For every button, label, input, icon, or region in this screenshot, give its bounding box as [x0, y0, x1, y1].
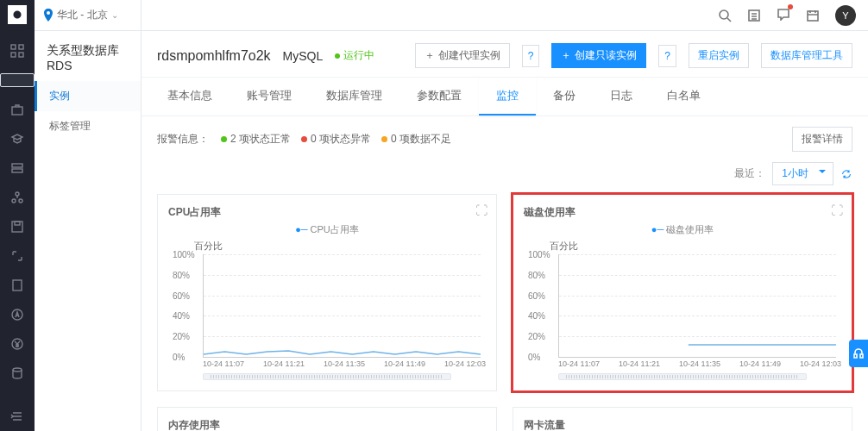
region-text: 华北 - 北京 — [57, 8, 108, 22]
expand-icon[interactable] — [10, 249, 24, 263]
help-button-2[interactable]: ? — [658, 45, 676, 67]
chart-legend: ●─CPU占用率 — [168, 223, 486, 236]
svg-rect-10 — [12, 222, 22, 232]
cap-icon[interactable] — [10, 132, 24, 146]
svg-rect-2 — [11, 53, 16, 57]
recent-label: 最近： — [734, 166, 765, 181]
chart-card-disk: 磁盘使用率 ⛶ ●─磁盘使用率 百分比 100%80%60%40%20%0% 1… — [513, 194, 852, 391]
chart-title: 网卡流量 — [524, 418, 841, 431]
chart-title: 内存使用率 — [168, 418, 486, 431]
chart-title: CPU占用率 — [168, 205, 486, 220]
yen-icon[interactable] — [10, 337, 24, 351]
svg-point-15 — [13, 368, 22, 372]
chart-legend: ●─磁盘使用率 — [524, 223, 841, 236]
tab[interactable]: 备份 — [536, 78, 593, 116]
sidebar-item[interactable]: 标签管理 — [35, 111, 141, 141]
alarm-label: 报警信息： — [157, 132, 209, 147]
nav-rail — [0, 0, 35, 431]
svg-rect-3 — [19, 53, 23, 57]
svg-rect-0 — [11, 45, 16, 49]
time-range: 最近： 1小时 — [157, 162, 852, 185]
svg-rect-11 — [15, 222, 20, 225]
svg-rect-6 — [12, 169, 22, 172]
svg-point-7 — [16, 192, 19, 196]
grid-icon[interactable] — [10, 44, 24, 58]
chevron-right-icon[interactable] — [0, 73, 35, 87]
status-badge: 运行中 — [335, 48, 374, 63]
search-icon[interactable] — [718, 9, 732, 22]
svg-rect-4 — [12, 107, 22, 115]
svg-point-16 — [720, 10, 728, 19]
create-proxy-button[interactable]: ＋ 创建代理实例 — [415, 43, 510, 68]
tab[interactable]: 参数配置 — [399, 78, 479, 116]
tab[interactable]: 白名单 — [650, 78, 718, 116]
service-sidebar: 华北 - 北京 ⌄ 关系型数据库RDS 实例标签管理 — [35, 0, 142, 431]
svg-rect-18 — [808, 11, 818, 21]
alarm-detail-button[interactable]: 报警详情 — [792, 127, 852, 152]
expand-icon[interactable]: ⛶ — [831, 203, 843, 217]
tab[interactable]: 基本信息 — [150, 78, 230, 116]
network-icon[interactable] — [10, 191, 24, 204]
chart-card-mem: 内存使用率 — [157, 407, 497, 431]
location-icon — [43, 9, 53, 22]
service-title: 关系型数据库RDS — [35, 31, 141, 81]
save-icon[interactable] — [10, 220, 24, 234]
briefcase-icon[interactable] — [10, 103, 24, 116]
alarm-bar: 报警信息： 2 项状态正常0 项状态异常0 项数据不足 报警详情 — [157, 127, 852, 152]
svg-rect-5 — [12, 164, 22, 167]
time-range-select[interactable]: 1小时 — [772, 162, 833, 185]
help-button-1[interactable]: ? — [522, 45, 540, 67]
svg-rect-1 — [19, 45, 23, 49]
support-tab[interactable] — [849, 340, 868, 367]
chevron-down-icon: ⌄ — [111, 10, 118, 20]
topbar: Y — [142, 0, 868, 31]
tab[interactable]: 数据库管理 — [309, 78, 399, 116]
alarm-item: 0 项数据不足 — [381, 133, 451, 145]
chart-card-cpu: CPU占用率 ⛶ ●─CPU占用率 百分比 100%80%60%40%20%0%… — [157, 194, 497, 391]
tab[interactable]: 日志 — [593, 78, 650, 116]
chart-title: 磁盘使用率 — [524, 205, 841, 220]
page-icon[interactable] — [10, 278, 24, 292]
chart-scrollbar[interactable] — [558, 373, 807, 380]
chart-scrollbar[interactable] — [203, 373, 451, 380]
calendar-icon[interactable] — [806, 9, 820, 22]
tabs: 基本信息账号管理数据库管理参数配置监控备份日志白名单 — [142, 78, 868, 116]
db-icon[interactable] — [10, 366, 24, 380]
logo-icon — [8, 5, 27, 24]
circle-a-icon[interactable] — [10, 308, 24, 322]
list-icon[interactable] — [747, 9, 761, 22]
tab[interactable]: 账号管理 — [230, 78, 309, 116]
restart-button[interactable]: 重启实例 — [689, 43, 749, 68]
svg-rect-12 — [13, 280, 22, 290]
collapse-icon[interactable] — [10, 409, 24, 423]
alarm-item: 0 项状态异常 — [301, 133, 371, 145]
message-icon[interactable] — [777, 7, 790, 23]
instance-name: rdsmpomhlfm7o2k — [157, 48, 271, 64]
db-tools-button[interactable]: 数据库管理工具 — [761, 43, 852, 68]
region-selector[interactable]: 华北 - 北京 ⌄ — [35, 0, 141, 31]
expand-icon[interactable]: ⛶ — [475, 203, 487, 217]
db-engine: MySQL — [283, 49, 324, 63]
chart-card-nic: 网卡流量 — [513, 407, 852, 431]
instance-header: rdsmpomhlfm7o2k MySQL 运行中 ＋ 创建代理实例 ? ＋ 创… — [142, 31, 868, 78]
tab[interactable]: 监控 — [479, 78, 536, 116]
server-icon[interactable] — [10, 161, 24, 175]
sidebar-item[interactable]: 实例 — [35, 81, 141, 111]
refresh-icon[interactable] — [840, 168, 852, 180]
create-readonly-button[interactable]: ＋ 创建只读实例 — [551, 43, 646, 68]
alarm-item: 2 项状态正常 — [221, 133, 291, 145]
avatar[interactable]: Y — [835, 5, 856, 26]
